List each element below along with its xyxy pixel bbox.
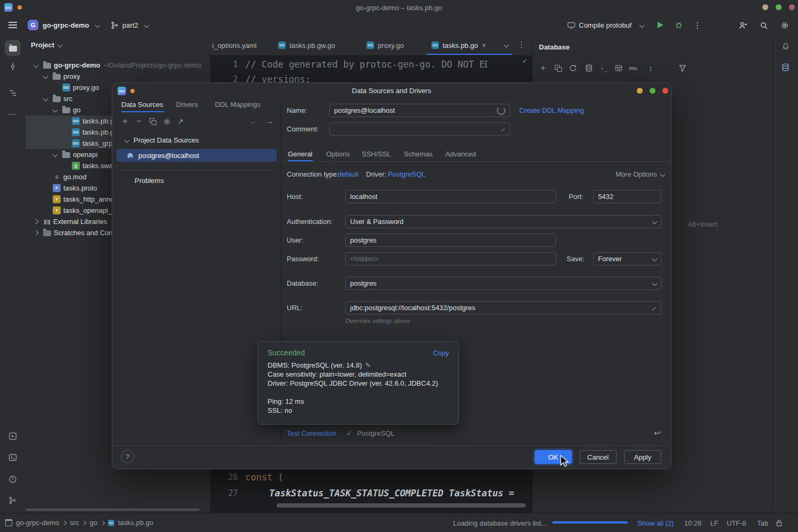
forward-icon[interactable]: → bbox=[265, 117, 273, 126]
form-tab-advanced[interactable]: Advanced bbox=[445, 150, 476, 158]
add-data-source-icon[interactable]: + bbox=[538, 63, 548, 73]
editor-hscrollbar[interactable] bbox=[277, 503, 526, 508]
run-button[interactable] bbox=[658, 22, 663, 28]
project-selector[interactable]: go-grpc-demo bbox=[43, 21, 89, 29]
data-source-item-selected[interactable]: postgres@localhost bbox=[117, 149, 277, 162]
breadcrumb-item[interactable]: go bbox=[89, 519, 97, 527]
cancel-button[interactable]: Cancel bbox=[579, 450, 617, 464]
search-everywhere-icon[interactable] bbox=[760, 21, 768, 30]
port-input[interactable]: 5432 bbox=[593, 190, 661, 203]
project-panel-hscrollbar[interactable] bbox=[26, 509, 200, 511]
window-maximize-button[interactable] bbox=[776, 4, 782, 10]
tab-tasks-pb-go[interactable]: GO tasks.pb.go × bbox=[426, 36, 512, 55]
readonly-lock-icon[interactable] bbox=[776, 519, 783, 527]
code-with-me-icon[interactable] bbox=[738, 21, 747, 30]
dialog-tab-ddl-mappings[interactable]: DDL Mappings bbox=[215, 101, 261, 109]
branch-selector[interactable]: part2 bbox=[122, 21, 138, 29]
connection-type-value[interactable]: default bbox=[338, 170, 359, 178]
table-icon[interactable] bbox=[613, 63, 624, 73]
run-config-selector[interactable]: Compile protobuf bbox=[579, 21, 631, 29]
form-tab-ssh-ssl[interactable]: SSH/SSL bbox=[362, 150, 391, 158]
edit-pencil-icon[interactable]: ✎ bbox=[365, 361, 371, 370]
tab-close-icon[interactable]: × bbox=[482, 41, 486, 49]
project-avatar[interactable]: G bbox=[28, 20, 38, 30]
tab-options-yaml[interactable]: i_options.yaml bbox=[210, 36, 272, 55]
version-control-tool-button[interactable] bbox=[9, 496, 16, 504]
services-tool-button[interactable] bbox=[9, 432, 17, 440]
host-input[interactable]: localhost bbox=[345, 190, 556, 203]
window-minimize-button[interactable] bbox=[762, 4, 768, 10]
tab-options-kebab-icon[interactable]: ⋮ bbox=[518, 40, 526, 49]
database-toolbar: + ›_ DDL ↕ bbox=[533, 61, 773, 75]
database-tool-button[interactable] bbox=[782, 63, 789, 71]
problems-tool-button[interactable] bbox=[9, 475, 17, 484]
user-input[interactable]: postgres bbox=[345, 234, 556, 247]
back-icon[interactable]: ← bbox=[250, 117, 257, 126]
form-tab-schemas[interactable]: Schemas bbox=[404, 150, 433, 158]
authentication-select[interactable]: User & Password bbox=[345, 215, 661, 228]
settings-gear-icon[interactable] bbox=[161, 116, 172, 127]
breadcrumb-item[interactable]: go-grpc-demo bbox=[16, 519, 59, 527]
data-source-properties-icon[interactable] bbox=[584, 63, 594, 73]
settings-gear-icon[interactable] bbox=[780, 21, 789, 30]
status-indent[interactable]: Tab bbox=[757, 519, 768, 527]
section-chevron-icon[interactable] bbox=[124, 138, 130, 143]
password-input[interactable]: <hidden> bbox=[345, 252, 556, 265]
breadcrumb-item[interactable]: tasks.pb.go bbox=[118, 519, 154, 527]
comment-input[interactable]: ↔ bbox=[329, 122, 510, 136]
project-panel-chevron-icon[interactable] bbox=[57, 43, 63, 48]
apply-button[interactable]: Apply bbox=[624, 450, 661, 464]
ddl-icon[interactable]: DDL bbox=[628, 63, 639, 73]
tree-item-proxy-folder[interactable]: proxy bbox=[26, 71, 211, 82]
jump-to-console-icon[interactable]: ›_ bbox=[598, 63, 609, 73]
duplicate-icon[interactable] bbox=[553, 63, 563, 73]
dialog-tab-drivers[interactable]: Drivers bbox=[176, 101, 198, 109]
dialog-maximize-button[interactable] bbox=[650, 88, 655, 94]
copy-link[interactable]: Copy bbox=[433, 349, 449, 357]
project-tool-button[interactable] bbox=[5, 40, 21, 56]
duplicate-icon[interactable] bbox=[147, 116, 158, 127]
form-tab-options[interactable]: Options bbox=[326, 150, 350, 158]
inspections-ok-icon[interactable]: ✓ bbox=[522, 57, 528, 65]
tab-tasks-pb-gw-go[interactable]: GO tasks.pb.gw.go bbox=[273, 36, 367, 55]
expand-field-icon[interactable]: ↔ bbox=[649, 303, 658, 312]
name-input[interactable]: postgres@localhost bbox=[329, 104, 510, 117]
form-tab-general[interactable]: General bbox=[288, 150, 312, 158]
test-connection-link[interactable]: Test Connection bbox=[287, 429, 336, 437]
more-actions-button[interactable]: ⋮ bbox=[693, 20, 702, 30]
refresh-icon[interactable] bbox=[568, 63, 578, 73]
create-ddl-mapping-link[interactable]: Create DDL Mapping bbox=[519, 106, 584, 114]
tab-proxy-go[interactable]: GO proxy.go bbox=[361, 36, 428, 55]
structure-tool-button[interactable] bbox=[9, 89, 17, 97]
dialog-close-button[interactable] bbox=[662, 88, 668, 94]
status-encoding[interactable]: UTF-8 bbox=[727, 519, 746, 527]
url-input[interactable]: jdbc:postgresql://localhost:5432/postgre… bbox=[345, 301, 661, 314]
undo-icon[interactable]: ↩ bbox=[654, 428, 661, 438]
add-icon[interactable]: + bbox=[120, 116, 130, 127]
remove-icon[interactable]: − bbox=[134, 116, 144, 127]
driver-value[interactable]: PostgreSQL bbox=[388, 170, 426, 178]
show-all-link[interactable]: Show all (2) bbox=[637, 519, 674, 527]
tree-item-root[interactable]: go-grpc-demo ~/GolandProjects/go-grpc-de… bbox=[26, 60, 211, 71]
hamburger-menu-icon[interactable] bbox=[9, 22, 17, 28]
save-select[interactable]: Forever bbox=[593, 252, 661, 265]
more-options-dropdown[interactable]: More Options bbox=[616, 170, 664, 178]
commit-tool-button[interactable] bbox=[9, 62, 17, 71]
filter-icon[interactable] bbox=[677, 63, 688, 73]
terminal-tool-button[interactable] bbox=[9, 453, 17, 462]
debug-button[interactable] bbox=[675, 21, 683, 29]
breadcrumb-item[interactable]: src bbox=[70, 519, 79, 527]
window-close-button[interactable] bbox=[789, 4, 795, 10]
expand-field-icon[interactable]: ↔ bbox=[497, 124, 507, 134]
dialog-tab-data-sources[interactable]: Data Sources bbox=[121, 101, 163, 109]
problems-item[interactable]: Problems bbox=[135, 177, 164, 185]
port-label: Port: bbox=[569, 193, 583, 201]
dialog-minimize-button[interactable] bbox=[637, 88, 643, 94]
more-tools-button[interactable]: ⋯ bbox=[8, 109, 16, 119]
export-icon[interactable]: ↗ bbox=[175, 116, 186, 127]
database-select[interactable]: postgres bbox=[345, 277, 661, 290]
notifications-bell-icon[interactable] bbox=[782, 42, 790, 51]
status-line-ending[interactable]: LF bbox=[710, 519, 718, 527]
expand-collapse-icon[interactable]: ↕ bbox=[645, 63, 656, 73]
help-button[interactable]: ? bbox=[121, 450, 134, 463]
